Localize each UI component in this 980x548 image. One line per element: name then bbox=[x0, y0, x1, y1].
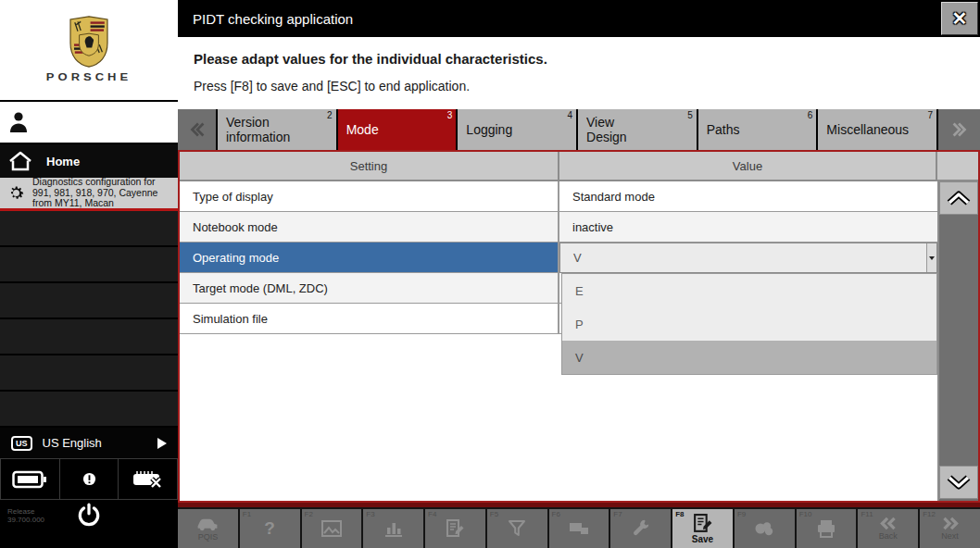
tab-label: Logging bbox=[466, 122, 512, 137]
chevron-right-icon bbox=[157, 438, 167, 449]
tab-number: 2 bbox=[327, 110, 333, 120]
power-icon bbox=[77, 503, 101, 529]
tab-label: Mode bbox=[346, 122, 379, 137]
alert-icon bbox=[82, 472, 96, 486]
value-cell-notebook-mode[interactable]: inactive bbox=[559, 212, 937, 243]
scroll-down-button[interactable] bbox=[939, 466, 978, 499]
release-version: 39.700.000 bbox=[7, 516, 44, 524]
save-icon bbox=[692, 513, 713, 534]
column-header-value: Value bbox=[559, 152, 937, 181]
tab-paths[interactable]: 6 Paths bbox=[698, 109, 819, 150]
diagnostics-label: Diagnostics configuration for 991, 981, … bbox=[32, 177, 171, 209]
setting-cell-operating-mode[interactable]: Operating mode bbox=[180, 243, 559, 273]
power-button[interactable] bbox=[77, 503, 101, 531]
home-icon bbox=[8, 151, 32, 171]
sidebar: PORSCHE Home Diagnostics configuration f… bbox=[0, 0, 178, 548]
tab-number: 6 bbox=[808, 110, 813, 120]
tab-number: 5 bbox=[687, 110, 693, 120]
printer-icon bbox=[816, 519, 836, 538]
double-chevron-left-icon bbox=[187, 119, 207, 140]
tab-label: Version information bbox=[226, 115, 330, 144]
combobox-dropdown-button[interactable] bbox=[926, 243, 936, 272]
porsche-wordmark: PORSCHE bbox=[46, 71, 132, 83]
tab-view-design[interactable]: 5 View Design bbox=[578, 109, 698, 150]
tab-bar: 2 Version information 3 Mode 4 Logging 5… bbox=[178, 109, 980, 150]
combobox-value: V bbox=[573, 251, 582, 265]
table-row: Type of display Standard mode bbox=[180, 181, 978, 212]
sidebar-item-empty bbox=[0, 355, 178, 392]
table-row: Operating mode V bbox=[180, 243, 978, 273]
gear-cloud-icon bbox=[753, 520, 775, 537]
vertical-scrollbar[interactable] bbox=[937, 181, 978, 501]
bar-chart-icon bbox=[383, 519, 404, 538]
porsche-crest-icon bbox=[68, 16, 110, 68]
f10-print-button[interactable]: F10 bbox=[797, 509, 857, 548]
f5-filter-button[interactable]: F5 bbox=[487, 509, 547, 548]
function-key-toolbar: PQIS F1 ? F2 F3 bbox=[178, 507, 980, 548]
f12-next-button[interactable]: F12 Next bbox=[920, 509, 980, 548]
setting-cell-target-mode[interactable]: Target mode (DML, ZDC) bbox=[180, 273, 559, 304]
setting-cell-type-of-display[interactable]: Type of display bbox=[180, 181, 559, 212]
tab-miscellaneous[interactable]: 7 Miscellaneous bbox=[818, 109, 938, 150]
tab-label: View Design bbox=[586, 115, 644, 144]
f3-measurements-button[interactable]: F3 bbox=[363, 509, 423, 548]
double-chevron-up-icon bbox=[947, 191, 971, 206]
f9-communication-button[interactable]: F9 bbox=[735, 509, 795, 548]
toolbar-button-label: Back bbox=[879, 531, 898, 541]
user-profile-button[interactable] bbox=[0, 102, 178, 144]
toolbar-button-label: Save bbox=[692, 535, 713, 544]
scrollbar-corner bbox=[937, 152, 978, 181]
f11-back-button[interactable]: F11 Back bbox=[858, 509, 918, 548]
f7-vehicle-analysis-button[interactable]: F7 bbox=[610, 509, 671, 548]
dropdown-option-v[interactable]: V bbox=[562, 341, 936, 374]
battery-disconnected-button[interactable] bbox=[119, 458, 178, 500]
double-chevron-left-icon bbox=[877, 517, 899, 530]
sidebar-item-empty bbox=[0, 283, 178, 319]
f6-control-unit-button[interactable]: F6 bbox=[549, 509, 609, 548]
f4-protocol-button[interactable]: F4 bbox=[425, 509, 485, 548]
release-label: Release bbox=[7, 507, 44, 516]
close-button[interactable]: ✕ bbox=[941, 2, 978, 35]
release-info: Release 39.700.000 bbox=[7, 507, 44, 524]
us-flag-icon: US bbox=[11, 436, 32, 451]
dropdown-option-p[interactable]: P bbox=[562, 307, 936, 341]
dropdown-option-e[interactable]: E bbox=[562, 274, 936, 307]
instruction-primary: Please adapt values for the individual c… bbox=[194, 51, 964, 67]
warning-status-button[interactable] bbox=[60, 458, 119, 500]
battery-status-button[interactable] bbox=[0, 458, 60, 500]
sidebar-item-home[interactable]: Home bbox=[0, 144, 178, 178]
status-bar bbox=[0, 458, 178, 500]
f2-image-button[interactable]: F2 bbox=[302, 509, 362, 548]
tab-mode[interactable]: 3 Mode bbox=[338, 109, 459, 150]
table-header-row: Setting Value bbox=[180, 152, 978, 181]
settings-panel: Setting Value Type of display Standard m… bbox=[178, 150, 980, 503]
instruction-secondary: Press [F8] to save and [ESC] to end appl… bbox=[194, 79, 964, 93]
car-wrench-icon bbox=[631, 518, 651, 539]
tab-number: 7 bbox=[927, 110, 933, 120]
sidebar-footer: Release 39.700.000 bbox=[0, 500, 178, 533]
filter-icon bbox=[508, 519, 526, 538]
value-cell-type-of-display[interactable]: Standard mode bbox=[559, 181, 937, 212]
tabs-scroll-left-button[interactable] bbox=[178, 109, 218, 150]
language-selector[interactable]: US US English bbox=[0, 428, 178, 458]
sidebar-item-diagnostics-configuration[interactable]: Diagnostics configuration for 991, 981, … bbox=[0, 178, 178, 211]
f1-help-button[interactable]: F1 ? bbox=[240, 509, 300, 548]
home-label: Home bbox=[46, 155, 80, 168]
setting-cell-notebook-mode[interactable]: Notebook mode bbox=[180, 212, 559, 243]
instruction-area: Please adapt values for the individual c… bbox=[178, 37, 980, 109]
main-area: PIDT checking application ✕ Please adapt… bbox=[178, 0, 980, 548]
user-icon bbox=[8, 111, 29, 133]
app-window: PORSCHE Home Diagnostics configuration f… bbox=[0, 0, 980, 548]
tabs-scroll-right-button[interactable] bbox=[938, 109, 980, 150]
scroll-up-button[interactable] bbox=[939, 181, 978, 215]
module-icon bbox=[568, 521, 590, 536]
tab-label: Miscellaneous bbox=[826, 122, 909, 137]
tab-version-information[interactable]: 2 Version information bbox=[218, 109, 338, 150]
f8-save-button[interactable]: F8 Save bbox=[672, 509, 733, 548]
tab-logging[interactable]: 4 Logging bbox=[458, 109, 578, 150]
tab-number: 4 bbox=[567, 110, 572, 120]
car-icon bbox=[195, 516, 220, 531]
pqis-button[interactable]: PQIS bbox=[178, 509, 238, 548]
setting-cell-simulation-file[interactable]: Simulation file bbox=[180, 304, 559, 334]
operating-mode-combobox[interactable]: V bbox=[559, 243, 937, 273]
